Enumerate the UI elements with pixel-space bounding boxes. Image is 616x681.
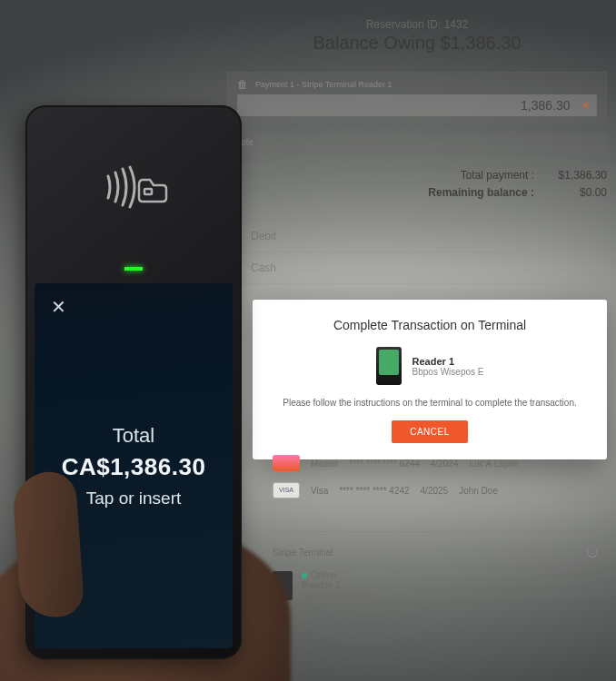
amount-input[interactable]: $ 1,386.30 × [237,94,597,116]
payment-method-list: Debit Cash [227,220,607,284]
terminal-total-label: Total [113,424,154,448]
card-brand: Visa [311,486,328,496]
totals-block: Total payment :$1,386.30 Remaining balan… [227,167,607,202]
contactless-icon [94,160,174,214]
stripe-terminal-title: Stripe Terminal [273,548,333,558]
svg-rect-0 [144,189,152,194]
thumb [12,470,85,619]
refresh-icon[interactable] [587,547,598,558]
card-mask: **** **** **** 4242 [339,486,409,496]
mastercard-icon [273,455,300,471]
terminal-close-icon[interactable]: ✕ [51,296,66,318]
stripe-reader-model: Bbpos Wisepos E [302,590,373,600]
trash-icon[interactable]: 🗑 [237,78,248,91]
saved-card-visa[interactable]: VISA Visa **** **** **** 4242 4/2025 Joh… [273,477,598,504]
method-debit[interactable]: Debit [227,221,607,252]
method-debit-label: Debit [251,230,276,242]
terminal-total-amount: CA$1,386.30 [62,453,206,481]
reader-icon [376,347,402,385]
online-indicator-icon [302,573,307,578]
reader-name: Reader 1 [412,356,484,367]
stripe-reader-name: Reader 1 [302,580,373,590]
total-payment-value: $1,386.30 [534,167,607,184]
method-cash-label: Cash [251,262,276,274]
reader-status: Online [311,570,337,580]
reader-model: Bbpos Wisepos E [412,367,484,377]
modal-title: Complete Transaction on Terminal [269,318,591,332]
card-holder: John Doe [459,486,498,496]
status-led [25,258,242,274]
remaining-balance-value: $0.00 [534,184,607,202]
modal-instructions: Please follow the instructions on the te… [269,398,591,408]
reservation-id: Reservation ID: 1432 [227,18,607,31]
method-cash[interactable]: Cash [227,252,607,284]
note-input[interactable]: Note [227,132,607,153]
card-holder: Luc A Lajoie [469,459,518,469]
nfc-zone [25,133,242,242]
card-mask: **** **** **** 6244 [350,459,420,469]
saved-card-master[interactable]: Master **** **** **** 6244 4/2024 Luc A … [273,449,598,477]
modal-reader-info: Reader 1 Bbpos Wisepos E [269,347,591,385]
total-payment-label: Total payment : [389,167,534,184]
card-brand: Master [311,459,339,469]
cancel-button[interactable]: CANCEL [392,420,468,443]
payment-source-label: Payment 1 - Stripe Terminal Reader 1 [255,80,597,89]
complete-transaction-modal: Complete Transaction on Terminal Reader … [253,300,607,459]
balance-owing: Balance Owing $1,386.30 [227,33,607,54]
saved-cards-section: Master **** **** **** 6244 4/2024 Luc A … [273,449,598,606]
currency-symbol: $ [244,99,251,112]
card-exp: 4/2024 [431,459,459,469]
clear-amount-icon[interactable]: × [582,98,590,113]
amount-value: 1,386.30 [521,98,571,113]
card-exp: 4/2025 [421,486,449,496]
payment-entry-box: 🗑 Payment 1 - Stripe Terminal Reader 1 $… [227,72,607,123]
remaining-balance-label: Remaining balance : [389,184,534,202]
stripe-reader-row[interactable]: Online Reader 1 Bbpos Wisepos E [273,565,598,606]
visa-icon: VISA [273,482,300,498]
terminal-instruction: Tap or insert [86,489,182,508]
stripe-terminal-section: Stripe Terminal Online Reader 1 Bbpos Wi… [273,531,598,606]
